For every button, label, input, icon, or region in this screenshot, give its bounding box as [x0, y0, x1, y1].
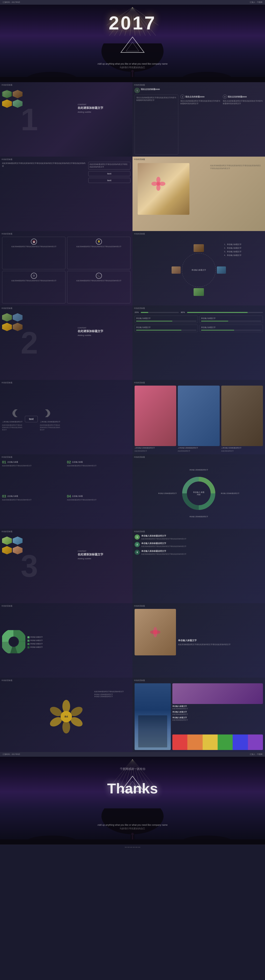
slide5r-photos: 上单击输入添加标题说明文字 此处添加说明文字 上单击输入添加标题说明文字 此处添…: [134, 386, 263, 452]
legend-color-3: [27, 643, 29, 645]
slide1r-col2-text: 现在点击的标题说明文字请在此处添加文字内容与标题相对应的说明文字: [180, 100, 220, 105]
slide7l-content: CONTENT 在此请添加标题文字 Adding subtitle: [78, 550, 129, 560]
circle-center-label: 单击输入标题文字: [191, 269, 206, 271]
slide5r-label: 叫你的页标题: [134, 382, 145, 384]
hex-cluster-2: [2, 313, 22, 331]
slide-8-right: 叫你的页标题 单击输入标题文字 此处添加标题说明文字请在此添加内容文字请在此处添…: [132, 603, 265, 678]
report-time: 汇报时间：2017年9月: [3, 1, 20, 4]
photo-flowers: [134, 386, 176, 446]
arrow-center-text: text: [27, 418, 36, 420]
slide1r-col2-header: 2 现在点击的标题8888: [180, 95, 220, 99]
row-6: 叫你的页标题 01 点击输入标题 此处添加标题说明文字请在此添加内容文字 02 …: [0, 454, 265, 529]
timeline: 1 单击输入添加标题说明文字 此处添加标题说明文字请在此添加内容文字请在此处添加…: [134, 535, 263, 601]
svg-rect-61: [132, 836, 133, 839]
slide-9-right: 叫你的页标题 单击输入标题文字 此处添加标题说明文字: [132, 678, 265, 752]
timeline-title-3: 单击输入添加标题说明文字: [141, 550, 186, 552]
timeline-content-3: 单击输入添加标题说明文字 此处添加标题说明文字请在此添加内容文字请在此处添加内容…: [141, 550, 186, 555]
row-9: 叫你的页标题 选点 此处添加标题说明: [0, 678, 265, 752]
circle-item-4: 4、单击输入标题文字: [224, 254, 260, 257]
slide7l-label: 叫你的页标题: [2, 530, 13, 533]
timeline-title-1: 单击输入添加标题说明文字: [141, 535, 186, 537]
item-04-title: 点击输入标题: [72, 495, 83, 498]
row-8: 叫你的页标题 单击输入标题文字 单击: [0, 603, 265, 678]
hex2-photo-3: [13, 323, 22, 331]
photo-col-3: 上单击输入添加标题说明文字 此处添加说明文字: [221, 386, 263, 452]
timeline-text-1: 此处添加标题说明文字请在此添加内容文字请在此处添加内容文字: [141, 538, 186, 540]
slide6l-content: 01 点击输入标题 此处添加标题说明文字请在此添加内容文字 02 点击输入标题 …: [2, 460, 131, 527]
flower-desc-group: 此处添加标题说明文字请在此添加内容文字 单击输入添加标题说明文字 单击输入添加标…: [94, 690, 128, 698]
svg-marker-13: [126, 42, 139, 51]
slide1-content: CONTENT 在此请添加标题文字 Adding subtitle: [78, 103, 129, 113]
slide1-subtitle: Adding subtitle: [78, 111, 129, 113]
slide9r-photo-top: [172, 683, 263, 704]
slide8r-title: 单击输入标题文字: [178, 639, 263, 642]
slide1r-col2-group: 2 现在点击的标题8888 现在点击的标题说明文字请在此处添加文字内容与标题相对…: [180, 95, 220, 154]
slide-3-left: 叫你的页标题 ⏰ 此处添加标题说明文字请在此添加内容文字请在此处添加内容文字 💡…: [0, 231, 132, 305]
text-item-3: 单击输入标题文字 此处添加标题说明文字: [172, 716, 263, 721]
legend-item-4: 单击输入标题文字: [27, 646, 43, 648]
slide1r-col3-label: 现在点击的标题8888: [228, 95, 247, 98]
slide2l-main-text: 此处添加标题说明文字请在此添加内容文字请在此处添加内容文字请在此处添加内容文字请…: [2, 162, 87, 229]
slide9r-photo-bottom: [172, 735, 263, 750]
bar-item-3: 单击输入标题文字: [134, 325, 198, 332]
bar-item-2-text: 单击输入标题文字: [201, 317, 261, 320]
slide1r-col1: 现在点击的标题说明文字请在此处添加文字内容与标题相对应的说明文字: [134, 95, 178, 154]
slide8l-content: 单击输入标题文字 单击输入标题文字 单击输入标题文字 单击输入标题文字: [2, 609, 131, 676]
slide-5-right: 叫你的页标题 上单击输入添加标题说明文字 此处添加说明文字 上单击输入添加标题说…: [132, 380, 265, 454]
slide3r-content: 单击输入标题文字 1、单击输入标题文字 2、单击输入标题文字 3、单击输入标题文…: [134, 237, 263, 304]
row-2: 叫你的页标题 此处添加标题说明文字请在此添加内容文字请在此处添加内容文字请在此处…: [0, 157, 265, 231]
flower-diagram: 选点: [48, 698, 85, 735]
timeline-item-2: 2 单击输入添加标题说明文字 此处添加标题说明文字请在此添加内容文字请在此处添加…: [134, 542, 263, 547]
timeline-text-2: 此处添加标题说明文字请在此添加内容文字请在此处添加内容文字: [141, 545, 186, 547]
item-02-title: 点击输入标题: [72, 461, 83, 463]
item-02-text: 此处添加标题说明文字请在此添加内容文字: [67, 465, 131, 467]
mini-bar-3-fill: [136, 330, 181, 331]
bar-item-4-text: 单击输入标题文字: [201, 326, 261, 329]
slide2r-photo-text: 此处添加标题说明文字请在此添加内容文字请在此处添加内容文字请在此处添加内容文字: [210, 164, 262, 170]
circle-photo-top: [193, 244, 204, 252]
legend-text-4: 单击输入标题文字: [30, 646, 43, 648]
svg-point-24: [152, 182, 158, 186]
row-7: 叫你的页标题 3 CONTENT 在此请添加标题文字 Adding subtit…: [0, 529, 265, 603]
slide9r-label: 叫你的页标题: [134, 679, 145, 682]
reporter: 汇报人：千图网: [250, 1, 262, 4]
bottom-reporter: 汇报人：千图网: [250, 753, 262, 756]
hex2-gold: [2, 323, 12, 331]
ring-diagram: 单击输入 标题内容 单击输入添加标题说明文字 单击输入添加标题说明文字 单击输入…: [178, 473, 219, 514]
circle-items-list: 1、单击输入标题文字 2、单击输入标题文字 3、单击输入标题文字 4、单击输入标…: [224, 243, 260, 257]
hex3-photo-1: [2, 536, 12, 545]
circle-item-3: 3、单击输入标题文字: [224, 250, 260, 253]
text-item-2-text: 此处添加标题说明文字: [172, 713, 263, 716]
slide-2-right: 叫你的页标题 此处添加标题说明文字请在此添加内容文字请在此处添加内容文字请在此处…: [132, 157, 265, 231]
pie-chart-container: [2, 630, 26, 654]
slide-4-left: 叫你的页标题 2 CONTENT 在此请添加标题文字 Adding subtit…: [0, 305, 132, 380]
svg-point-23: [156, 185, 160, 191]
svg-point-32: [10, 638, 18, 646]
svg-marker-12: [121, 37, 144, 52]
ring-label-right: 单击输入添加标题说明文字: [221, 492, 240, 495]
legend-color-4: [27, 646, 29, 648]
final-bottom-bar: ● ● ● ● ● ● ● ● ● ●: [0, 845, 265, 849]
slide1r-cols: 现在点击的标题说明文字请在此处添加文字内容与标题相对应的说明文字 2 现在点击的…: [134, 95, 263, 154]
icon4-text: 此处添加标题说明文字请在此添加内容文字请在此处添加内容文字: [77, 280, 121, 282]
slide1r-header: 1 现在点击的标题8888: [134, 88, 263, 93]
text-item-3-text: 此处添加标题说明文字: [172, 719, 263, 721]
mini-bar-2-bg: [201, 321, 261, 321]
mini-bar-1-fill: [136, 321, 172, 321]
icon-item-4: 📞 此处添加标题说明文字请在此添加内容文字请在此处添加内容文字: [67, 271, 131, 304]
circle-photo-right: [217, 266, 226, 274]
row-4: 叫你的页标题 2 CONTENT 在此请添加标题文字 Adding subtit…: [0, 305, 265, 380]
phone-icon: 📞: [96, 273, 102, 279]
bar-item-3-text: 单击输入标题文字: [136, 326, 196, 329]
bar-item-1: 单击输入标题文字: [134, 315, 198, 323]
slide8r-photo: [134, 609, 176, 655]
text-item-1: 单击输入标题文字 此处添加标题说明文字: [172, 705, 263, 710]
percent1: 20%: [134, 311, 139, 313]
hero-tagline: 与多情行寻找更好的自己: [97, 66, 168, 69]
slide8l-label: 叫你的页标题: [2, 605, 13, 607]
num-2: 2: [180, 95, 185, 99]
slide9r-right-group: 单击输入标题文字 此处添加标题说明文字 单击输入标题文字 此处添加标题说明文字 …: [172, 683, 263, 750]
timeline-num-1: 1: [134, 535, 140, 539]
icon2-text: 此处添加标题说明文字请在此添加内容文字请在此处添加内容文字: [77, 245, 121, 248]
photo2-desc: 此处添加说明文字: [178, 450, 219, 452]
